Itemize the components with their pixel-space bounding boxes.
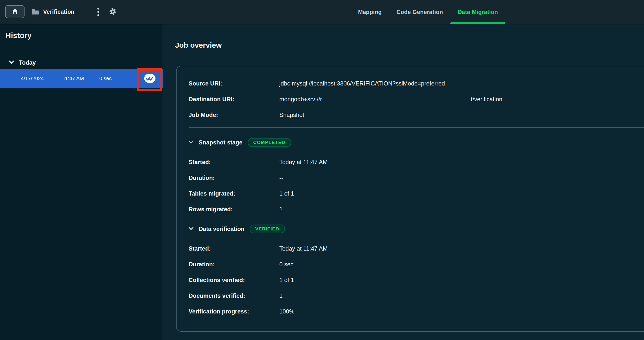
field-label: Rows migrated: xyxy=(188,206,279,213)
project-menu-button[interactable] xyxy=(94,0,102,24)
stat-row: Rows migrated: 1 xyxy=(188,202,644,217)
field-value: Today at 11:47 AM xyxy=(279,245,328,252)
double-check-icon xyxy=(144,74,156,83)
info-row-job-mode: Job Mode: Snapshot xyxy=(188,107,644,123)
field-label: Started: xyxy=(188,245,279,252)
field-value: Today at 11:47 AM xyxy=(279,159,328,165)
page-title: Job overview xyxy=(175,41,222,49)
field-label: Tables migrated: xyxy=(188,190,279,197)
info-row-source-uri: Source URI: jdbc:mysql://localhost:3306/… xyxy=(188,76,644,91)
stat-row: Tables migrated: 1 of 1 xyxy=(188,186,644,202)
info-row-destination-uri: Destination URI: mongodb+srv://r t/verif… xyxy=(188,91,644,107)
run-time: 11:47 AM xyxy=(62,75,99,81)
field-label: Collections verified: xyxy=(188,277,279,283)
field-label: Source URI: xyxy=(188,80,279,87)
tab-data-migration[interactable]: Data Migration xyxy=(450,0,505,24)
topbar: Verification Mapping Code Generation Dat… xyxy=(0,0,644,24)
chevron-down-icon xyxy=(9,60,14,65)
project-breadcrumb: Verification xyxy=(32,0,74,24)
field-value: jdbc:mysql://localhost:3306/VERIFICATION… xyxy=(279,80,445,87)
tab-code-generation[interactable]: Code Generation xyxy=(389,0,450,24)
destination-uri-start: mongodb+srv://r xyxy=(279,96,322,103)
home-button[interactable] xyxy=(5,5,24,18)
status-badge-verified: VERIFIED xyxy=(250,225,285,233)
run-duration: 0 sec xyxy=(99,75,112,81)
gear-icon xyxy=(109,8,117,17)
job-overview-panel: Job overview Source URI: jdbc:mysql://lo… xyxy=(164,24,644,340)
section-title: Snapshot stage xyxy=(199,139,242,146)
field-value: -- xyxy=(279,175,283,181)
history-group-label: Today xyxy=(19,59,36,66)
run-date: 4/17/2024 xyxy=(21,75,62,81)
section-divider xyxy=(188,127,644,128)
kebab-icon xyxy=(97,14,99,16)
kebab-icon xyxy=(97,8,99,10)
kebab-icon xyxy=(97,11,99,13)
redacted-segment xyxy=(322,99,471,99)
history-sidebar: History Today 4/17/2024 11:47 AM 0 sec xyxy=(0,24,163,340)
status-badge-completed: COMPLETED xyxy=(248,138,291,147)
field-value: Snapshot xyxy=(279,111,304,118)
field-label: Destination URI: xyxy=(188,96,279,103)
field-value: 1 xyxy=(279,206,282,213)
field-label: Duration: xyxy=(188,261,279,268)
folder-icon xyxy=(32,8,39,16)
field-value-redacted: mongodb+srv://r t/verification xyxy=(279,96,502,103)
field-label: Job Mode: xyxy=(188,111,279,118)
tab-mapping[interactable]: Mapping xyxy=(351,0,389,24)
section-header-snapshot-stage[interactable]: Snapshot stage COMPLETED xyxy=(188,135,644,150)
field-label: Duration: xyxy=(188,175,279,181)
history-run-row-selected[interactable]: 4/17/2024 11:47 AM 0 sec xyxy=(0,69,162,88)
field-label: Verification progress: xyxy=(188,308,279,315)
tab-bar: Mapping Code Generation Data Migration xyxy=(351,0,505,24)
field-value: 1 xyxy=(279,292,282,299)
stat-row: Duration: -- xyxy=(188,170,644,186)
chevron-down-icon xyxy=(188,227,194,231)
field-value: 1 of 1 xyxy=(279,277,294,283)
stat-row: Verification progress: 100% xyxy=(188,304,644,319)
stat-row: Duration: 0 sec xyxy=(188,256,644,272)
job-overview-card: Source URI: jdbc:mysql://localhost:3306/… xyxy=(176,66,644,332)
history-group-today[interactable]: Today xyxy=(9,59,36,67)
field-label: Started: xyxy=(188,159,279,165)
settings-button[interactable] xyxy=(108,0,118,24)
home-icon xyxy=(11,8,19,16)
app-window: Verification Mapping Code Generation Dat… xyxy=(0,0,644,340)
chevron-down-icon xyxy=(188,140,194,145)
field-value: 100% xyxy=(279,308,294,315)
stat-row: Started: Today at 11:47 AM xyxy=(188,154,644,170)
stat-row: Started: Today at 11:47 AM xyxy=(188,241,644,256)
stat-row: Collections verified: 1 of 1 xyxy=(188,272,644,288)
field-value: 1 of 1 xyxy=(279,190,294,197)
section-title: Data verification xyxy=(199,226,244,232)
section-header-data-verification[interactable]: Data verification VERIFIED xyxy=(188,221,644,237)
field-label: Documents verified: xyxy=(188,292,279,299)
stat-row: Documents verified: 1 xyxy=(188,288,644,304)
destination-uri-end: t/verification xyxy=(471,96,502,103)
sidebar-title: History xyxy=(6,31,32,40)
project-name: Verification xyxy=(43,9,74,15)
field-value: 0 sec xyxy=(279,261,293,268)
